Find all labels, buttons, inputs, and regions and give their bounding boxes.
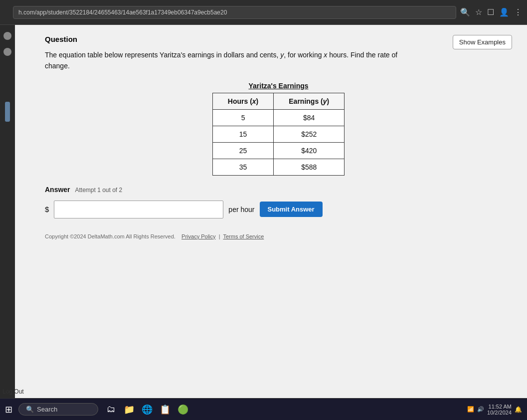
page-wrapper: Question Show Examples The equation tabl… <box>15 25 527 398</box>
submit-answer-button[interactable]: Submit Answer <box>260 202 323 217</box>
taskbar-clock: 11:52 AM 10/2/2024 <box>487 404 512 416</box>
table-cell-hours: 25 <box>212 142 273 159</box>
earnings-table: Hours (x) Earnings (y) 5$8415$25225$4203… <box>212 93 345 176</box>
question-text: The equation table below represents Yari… <box>45 49 419 72</box>
table-cell-earnings: $588 <box>274 159 345 175</box>
taskbar-icon-2[interactable]: 📁 <box>122 403 136 417</box>
table-cell-earnings: $252 <box>274 126 345 142</box>
copy-icon[interactable]: ☐ <box>487 7 494 17</box>
table-row: 5$84 <box>212 109 344 126</box>
search-icon[interactable]: 🔍 <box>460 7 470 17</box>
copyright-text: Copyright ©2024 DeltaMath.com All Rights… <box>45 233 176 239</box>
table-header-row: Hours (x) Earnings (y) <box>212 93 344 109</box>
left-sidebar <box>0 25 15 398</box>
address-bar[interactable]: h.com/app/student/3522184/24655463/14ae5… <box>13 6 456 19</box>
start-button[interactable]: ⊞ <box>5 404 12 415</box>
sidebar-dot-1 <box>3 32 11 40</box>
table-cell-earnings: $420 <box>274 142 345 159</box>
log-out-button[interactable]: Log Out <box>15 388 24 395</box>
col-header-hours: Hours (x) <box>212 93 273 109</box>
col-header-earnings: Earnings (y) <box>274 93 345 109</box>
taskbar-notification-icon[interactable]: 🔔 <box>515 406 522 413</box>
question-label: Question <box>45 35 512 43</box>
taskbar-search-label: Search <box>37 406 57 413</box>
taskbar-volume-icon: 🔊 <box>477 406 484 413</box>
taskbar-wifi-icon: 📶 <box>467 406 474 413</box>
answer-input-row: $ per hour Submit Answer <box>45 201 512 218</box>
privacy-policy-link[interactable]: Privacy Policy <box>181 233 215 239</box>
taskbar-search-icon: 🔍 <box>26 406 34 413</box>
star-icon[interactable]: ☆ <box>475 7 482 17</box>
browser-icons: 🔍 ☆ ☐ 👤 ⋮ <box>460 7 522 17</box>
table-row: 15$252 <box>212 126 344 142</box>
profile-icon[interactable]: 👤 <box>499 7 509 17</box>
table-row: 35$588 <box>212 159 344 175</box>
answer-label: Answer Attempt 1 out of 2 <box>45 186 512 194</box>
table-title: Yaritza's Earnings <box>248 82 308 90</box>
scroll-handle[interactable] <box>5 102 10 122</box>
sidebar-dot-2 <box>3 48 11 56</box>
terms-of-service-link[interactable]: Terms of Service <box>223 233 264 239</box>
attempt-text: Attempt 1 out of 2 <box>75 187 122 194</box>
taskbar-icons: 🗂 📁 🌐 📋 🟢 <box>104 403 190 417</box>
taskbar: ⊞ 🔍 Search 🗂 📁 🌐 📋 🟢 📶 🔊 11:52 AM 10/2/2… <box>0 398 527 420</box>
table-cell-hours: 15 <box>212 126 273 142</box>
taskbar-search[interactable]: 🔍 Search <box>18 403 98 416</box>
table-row: 25$420 <box>212 142 344 159</box>
taskbar-icon-5[interactable]: 🟢 <box>176 403 190 417</box>
footer: Copyright ©2024 DeltaMath.com All Rights… <box>45 233 512 239</box>
table-cell-earnings: $84 <box>274 109 345 126</box>
answer-input[interactable] <box>54 201 223 218</box>
taskbar-date: 10/2/2024 <box>487 410 512 416</box>
table-container: Yaritza's Earnings Hours (x) Earnings (y… <box>45 82 512 176</box>
table-cell-hours: 5 <box>212 109 273 126</box>
show-examples-button[interactable]: Show Examples <box>453 35 512 49</box>
answer-section: Answer Attempt 1 out of 2 $ per hour Sub… <box>45 186 512 218</box>
browser-chrome: h.com/app/student/3522184/24655463/14ae5… <box>0 0 527 25</box>
taskbar-icon-3[interactable]: 🌐 <box>140 403 154 417</box>
taskbar-time: 11:52 AM <box>489 404 512 410</box>
table-cell-hours: 35 <box>212 159 273 175</box>
dollar-sign: $ <box>45 205 49 213</box>
taskbar-right: 📶 🔊 11:52 AM 10/2/2024 🔔 <box>467 404 522 416</box>
per-hour-label: per hour <box>228 206 254 213</box>
taskbar-icon-4[interactable]: 📋 <box>158 403 172 417</box>
menu-icon[interactable]: ⋮ <box>514 7 522 17</box>
taskbar-icon-1[interactable]: 🗂 <box>104 403 118 417</box>
page-content: Question Show Examples The equation tabl… <box>15 25 527 398</box>
